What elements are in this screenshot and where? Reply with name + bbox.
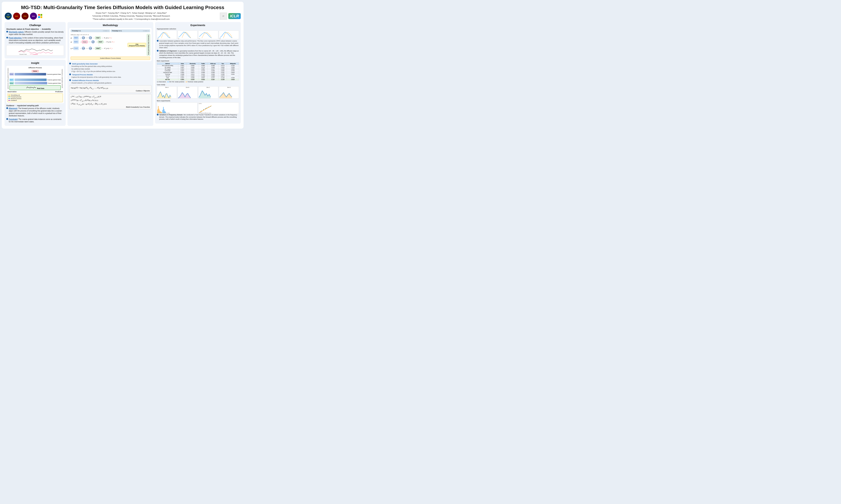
svg-text:Δi: Different diffusion steps: Δi: Different diffusion steps xyxy=(157,112,170,113)
data-gen-section: Multi-granularity Data Generator xyxy=(147,34,150,56)
value-cell: 0.0949 xyxy=(186,65,199,67)
timegrad-legend: TimeGrad: median prediction xyxy=(186,81,203,83)
arrowG: → xyxy=(79,48,81,49)
right-logos: QR ICLR xyxy=(220,13,241,20)
n2-label: N²ₜ xyxy=(83,34,85,36)
svg-text:Predicted: Predicted xyxy=(33,54,38,55)
value-cell: 0.2063 xyxy=(219,70,227,72)
method-cell: Vec-LSTM ind-scaling xyxy=(157,65,178,67)
challenge-subtitle: Stochastic nature & Fixed objective → In… xyxy=(6,28,64,30)
assoc-bullet: Association between guidance step and pe… xyxy=(157,40,239,49)
freq-svg1: Δi: Different diffusion steps xyxy=(157,103,198,114)
left-label: gradual loss of fine-grained information xyxy=(7,67,9,90)
hp-svg3: (c) xyxy=(198,31,218,39)
value-cell: 0.2053 xyxy=(207,70,219,72)
bottom-labels: Observation Prediction xyxy=(7,91,63,93)
hyperp-section: Hyperparameter selection (a) xyxy=(157,28,239,59)
value-cell: 0.1013 xyxy=(199,73,207,75)
hp-svg4: (d) xyxy=(219,31,239,39)
main-exp-label: Main experiment xyxy=(157,60,239,62)
method-cell: Transformer-MAF xyxy=(157,72,178,73)
more-exp-label: More experiments xyxy=(157,100,239,102)
value-cell: 0.3091 xyxy=(178,79,186,80)
svg-text:Δi: Different diffusion steps: Δi: Different diffusion steps xyxy=(199,112,211,113)
results-table: Method Solar Electricity Traffic KDD-cup… xyxy=(157,62,239,80)
dim-c-svg xyxy=(198,89,218,98)
guidance-formula: log pθ(xg) = log ∫ pθ(xgNt, xgNt-1, …, x… xyxy=(71,87,150,90)
legend-reverse-color xyxy=(8,98,10,99)
n-labels: N¹ₜ N²ₜ Nᴳₜ N xyxy=(81,34,89,36)
main-exp-section: Main experiment Method Solar Electricity… xyxy=(157,60,239,83)
coarse-row: Coarse-grained Data xyxy=(10,82,61,85)
main-title: MG-TSD: Multi-Granularity Time Series Di… xyxy=(4,4,241,11)
table-row: MG-TSD0.30910.01490.03230.18370.11590.00… xyxy=(157,79,239,80)
m3-title: Guided Diffusion Process Module xyxy=(72,79,99,82)
diffusion-rows-section: Diffusion step 0 N¹ₜ N²ₜ Nᴳₜ N xyxy=(71,34,127,56)
right-column: Experiments Hyperparameter selection (a) xyxy=(155,22,241,126)
loss-formula-title: Multi-Granularity Loss Function xyxy=(71,106,150,108)
method-cell: TimeGrad xyxy=(157,73,178,75)
middle-column: Methodology Timestep t=1 ←——→ Timestep t… xyxy=(67,22,153,126)
note-text: *These authors contributed equally to th… xyxy=(42,18,220,21)
svg-text:RUC: RUC xyxy=(15,15,18,17)
hp-chart2: (b) xyxy=(177,31,198,39)
insight-title: Insight xyxy=(6,61,64,65)
constraint-bullet: Constraint: The coarse-grained data inst… xyxy=(6,118,64,123)
freq-chart1: Δi: Different diffusion steps xyxy=(157,102,198,114)
table-body: Vec-LSTM ind-scaling0.49210.09490.09930.… xyxy=(157,65,239,80)
dotsG: ····· xyxy=(86,48,88,49)
value-cell: 0.0993 xyxy=(199,65,207,67)
coarsest-bar xyxy=(15,73,46,75)
guidance-formula-box: log pθ(xg) = log ∫ pθ(xgNt, xgNt-1, …, x… xyxy=(69,85,151,93)
legend-smooth-label: Smoothing out xyxy=(11,94,20,96)
blue-dot-align-exp xyxy=(157,50,158,52)
value-cell: 0.1254 xyxy=(227,65,239,67)
blue-dot-align xyxy=(6,107,8,109)
coarser-icon xyxy=(10,78,14,81)
dim-b-label: Dim B xyxy=(178,87,198,88)
table-row: LSTM-MAF0.34270.03120.10190.20530.20630.… xyxy=(157,70,239,72)
value-cell: 0.1106 xyxy=(219,77,227,79)
gradient-label2: gradual simplification of distribution xyxy=(62,69,63,88)
case-charts: Dim A Dim B xyxy=(157,86,239,98)
legend-reverse-label: Reverse process xyxy=(11,98,21,100)
more-exp-section: More experiments xyxy=(157,100,239,121)
svg-point-49 xyxy=(208,107,209,108)
case-dim-b: Dim B xyxy=(177,86,198,98)
mgtsd-color xyxy=(167,82,169,82)
methodology-panel: Methodology Timestep t=1 ←——→ Timestep t… xyxy=(67,22,153,126)
col-method: Method xyxy=(157,62,178,65)
guidance-formula-title: Guidance Objective xyxy=(71,90,150,92)
value-cell: 0.3612 xyxy=(178,68,186,70)
data-gen-label: Multi-granularity Data Generator xyxy=(148,35,149,55)
svg-text:(a): (a) xyxy=(157,38,158,39)
svg-point-46 xyxy=(201,111,201,112)
m1-sub1: Smoothing out the fine-grained data usin… xyxy=(71,65,151,68)
value-cell: 0.0305 xyxy=(227,77,239,79)
e2: ε_θ xyxy=(91,40,95,43)
real-data-label: Real Data xyxy=(37,88,44,89)
n1-label: N¹ₜ xyxy=(81,34,83,36)
rnn1: RNN¹ xyxy=(95,37,101,39)
diffusion-process-label: Diffusion Process xyxy=(10,67,61,69)
coarse-bar xyxy=(15,82,47,84)
col-traffic: Traffic xyxy=(199,62,207,65)
g2-label: g₂ xyxy=(71,41,73,43)
zero-label: 0 xyxy=(80,34,81,36)
svg-text:Ground Truth: Ground Truth xyxy=(19,54,27,55)
gdp-box: Guided Diffusion Process Module xyxy=(71,56,150,60)
value-cell: 0.3427 xyxy=(178,70,186,72)
coarser-row: Coarser-grained Data xyxy=(10,78,61,81)
arrow1c: → xyxy=(101,37,103,39)
value-cell: 0.1019 xyxy=(199,70,207,72)
real-data-icon xyxy=(26,86,37,89)
arrow1b: → xyxy=(93,37,95,39)
variations-bullet: Variations in frequency domain: We condu… xyxy=(157,114,239,121)
main-grid: Diffusion step 0 N¹ₜ N²ₜ Nᴳₜ N xyxy=(71,34,150,56)
align-bullet: Alignment: The forward process of the di… xyxy=(6,107,64,117)
value-cell: 0.0644 xyxy=(227,72,239,73)
method-cell: MG-TSD xyxy=(157,79,178,80)
g1-row: g₁ → ε_θ ····· ε_θ → RNN¹ → xyxy=(71,36,127,39)
pred2: x̂²_t xyxy=(112,41,114,43)
e1: ε_θ xyxy=(82,36,85,39)
